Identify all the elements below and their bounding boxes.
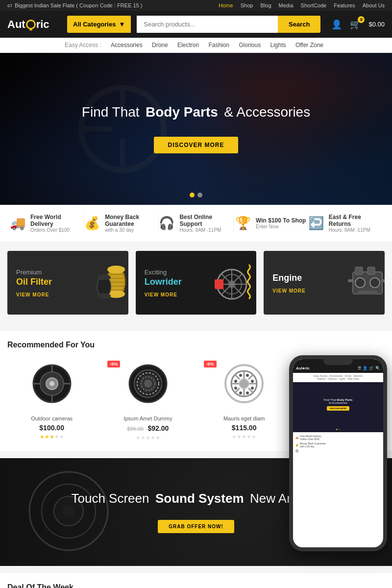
product-stars-tire: ★★★★★ — [7, 434, 96, 440]
svg-point-54 — [234, 380, 237, 383]
hero-text: Find That Body Parts & Accessories — [82, 104, 310, 120]
lowrider-image — [212, 260, 256, 306]
hero-subtitle: Find That — [82, 104, 140, 120]
nav-features[interactable]: Features — [334, 2, 355, 8]
promo-text: Biggest Indian Sale Flate ( Coupon Code … — [7, 2, 142, 8]
phone-logo: Aut●ric — [296, 366, 310, 370]
product-price-brake: $115.00 — [200, 424, 289, 432]
svg-point-1 — [107, 266, 125, 273]
header-icons: 👤 🛒 0 $0.00 — [331, 19, 385, 30]
easy-access-lights[interactable]: Lights — [270, 42, 286, 49]
svg-point-57 — [251, 387, 254, 390]
product-price-headlight: $92.00 — [148, 424, 169, 432]
hero-dots — [190, 193, 202, 197]
feature-returns-sub: Hours: 8AM -11PM — [329, 227, 382, 233]
feature-win: 🏆 Win $100 To Shop Enter Now — [234, 216, 308, 231]
nav-blog[interactable]: Blog — [260, 2, 271, 8]
feature-delivery-sub: Orders Over $100 — [30, 227, 84, 233]
feature-moneyback: 💰 Money Back Guarantee with a 30 day — [84, 214, 159, 233]
nav-shortcode[interactable]: ShortCode — [301, 2, 327, 8]
category-dropdown[interactable]: All Categories ▼ — [67, 16, 131, 33]
moneyback-icon: 💰 — [84, 216, 100, 231]
hero-dot-1[interactable] — [190, 193, 195, 197]
hero-banner: Find That Body Parts & Accessories DISCO… — [0, 53, 392, 205]
product-stars-brake: ★★★★★ — [200, 434, 289, 440]
cart-price: $0.00 — [368, 21, 385, 28]
easy-access-fashion[interactable]: Fashion — [208, 42, 229, 49]
nav-media[interactable]: Media — [279, 2, 294, 8]
feature-win-title: Win $100 To Shop — [256, 217, 306, 224]
top-bar: Biggest Indian Sale Flate ( Coupon Code … — [0, 0, 392, 11]
recommended-title: Recommended For You — [7, 341, 385, 349]
nav-shop[interactable]: Shop — [241, 2, 253, 8]
svg-point-22 — [355, 278, 365, 288]
svg-point-40 — [144, 380, 152, 388]
product-card-brake: -5% — [200, 357, 289, 441]
nav-about[interactable]: About Us — [363, 2, 385, 8]
svg-rect-24 — [358, 291, 377, 294]
feature-support: 🎧 Best Online Support Hours: 8AM -11PM — [159, 214, 233, 233]
easy-access-glorious[interactable]: Glorious — [239, 42, 261, 49]
hero-dot-2[interactable] — [197, 193, 202, 197]
phone-cart-icon: 🛒 — [369, 366, 374, 370]
phone-delivery-text: Free World DeliveryOrders Over $100 — [300, 435, 321, 441]
product-name-brake: Mauris eget diam — [200, 416, 289, 421]
product-name-headlight: Ipsum Amet Dummy — [103, 416, 192, 421]
svg-point-10 — [97, 293, 111, 299]
discover-more-button[interactable]: DISCOVER MORE — [154, 137, 238, 153]
svg-rect-20 — [355, 267, 363, 274]
svg-point-56 — [234, 387, 237, 390]
recommended-wrapper: Recommended For You — [0, 331, 392, 451]
feature-support-sub: Hours: 8AM -11PM — [179, 227, 233, 233]
logo: Autric — [7, 18, 61, 31]
phone-notch — [323, 359, 353, 365]
svg-point-9 — [97, 274, 111, 280]
features-bar: 🚚 Free World Delivery Orders Over $100 💰… — [0, 205, 392, 242]
product-oldprice-headlight: $96.00 — [127, 426, 144, 432]
feature-delivery-title: Free World Delivery — [30, 214, 84, 227]
search-input[interactable] — [137, 16, 278, 33]
promo-card-engine: Engine VIEW MORE — [264, 251, 385, 315]
product-stars-headlight: ★★★★★ — [103, 435, 192, 441]
returns-icon: ↩️ — [308, 216, 324, 231]
search-button[interactable]: Search — [278, 16, 320, 33]
svg-point-43 — [239, 379, 249, 389]
win-icon: 🏆 — [235, 216, 251, 231]
nav-home[interactable]: Home — [219, 2, 233, 8]
header: Autric All Categories ▼ Search 👤 🛒 0 $0.… — [0, 11, 392, 38]
phone-user-icon: 👤 — [363, 366, 368, 370]
easy-access-label: Easy Access : — [65, 42, 101, 49]
user-icon[interactable]: 👤 — [331, 19, 342, 30]
svg-point-59 — [246, 392, 249, 394]
phone-feature-money: 💰 Money Back Guaranteewith a 30 day — [295, 442, 381, 448]
oilfilter-image — [89, 260, 128, 306]
phone-easy-access: Easy Access : Accessories · Drone · Elec… — [293, 373, 383, 382]
phone-feature-support: 🎧 — [295, 449, 381, 452]
phone-inner: Aut●ric ☰ 👤 🛒 🔍 Easy Access : Accessorie… — [293, 359, 383, 547]
feature-returns: ↩️ East & Free Returns Hours: 8AM -11PM — [308, 214, 382, 233]
svg-point-58 — [239, 392, 242, 394]
easy-access-accessories[interactable]: Accessories — [111, 42, 143, 49]
easy-access-electron[interactable]: Electron — [177, 42, 199, 49]
badge-brake: -5% — [204, 361, 217, 368]
svg-point-53 — [246, 374, 249, 377]
product-card-headlight: -5% Ipsum Amet Dummy — [103, 357, 192, 441]
svg-point-30 — [49, 381, 54, 386]
svg-point-52 — [239, 374, 242, 377]
cart-icon[interactable]: 🛒 0 — [350, 19, 361, 30]
grab-offer-button[interactable]: GRAB OFFER NOW! — [158, 520, 234, 533]
delivery-icon: 🚚 — [10, 216, 25, 231]
cart-badge: 0 — [358, 16, 365, 23]
svg-line-48 — [235, 374, 240, 379]
phone-feature-delivery: 🚚 Free World DeliveryOrders Over $100 — [295, 435, 381, 441]
phone-support-icon: 🎧 — [295, 449, 298, 452]
phone-icons: ☰ 👤 🛒 🔍 — [358, 366, 380, 370]
phone-menu-icon: ☰ — [358, 366, 361, 370]
top-nav: Home Shop Blog Media ShortCode Features … — [213, 2, 385, 8]
easy-access-drone[interactable]: Drone — [152, 42, 168, 49]
feature-support-title: Best Online Support — [179, 214, 233, 227]
deal-of-week-section: Deal Of The Week Digital Cameras and len… — [0, 573, 392, 588]
product-price-tire: $100.00 — [7, 424, 96, 432]
logo-text-pre: Aut — [7, 18, 25, 31]
easy-access-offerzone[interactable]: Offer Zone — [295, 42, 323, 49]
